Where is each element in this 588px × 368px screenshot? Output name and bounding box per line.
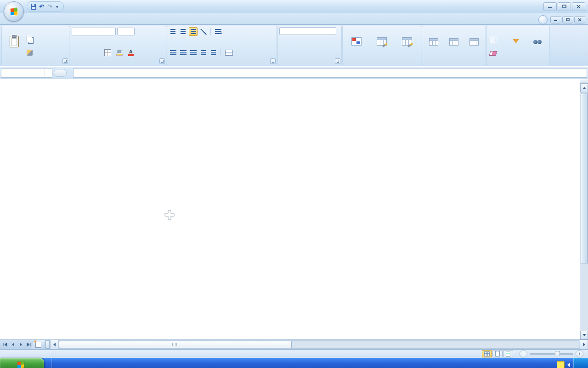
name-box[interactable] (1, 68, 52, 78)
workbook-restore-button[interactable] (562, 16, 573, 23)
center-button[interactable] (179, 48, 187, 57)
cell-styles-button[interactable] (394, 27, 419, 57)
formula-input[interactable] (73, 68, 587, 78)
scroll-up-button[interactable] (580, 84, 588, 92)
autosum-button[interactable] (488, 28, 505, 29)
font-color-button[interactable]: A (126, 48, 135, 57)
save-button[interactable] (30, 4, 37, 10)
percent-style-button[interactable] (289, 48, 298, 57)
font-size-combo[interactable] (117, 28, 135, 35)
cell-cursor-icon (164, 210, 175, 222)
delete-cells-button[interactable] (444, 27, 464, 57)
workbook-minimize-button[interactable] (550, 16, 561, 23)
merge-center-button[interactable] (224, 49, 238, 56)
office-button[interactable] (4, 1, 24, 22)
grid-viewport[interactable] (0, 79, 580, 339)
chevron-down-icon[interactable] (45, 69, 52, 77)
bottom-align-button[interactable] (189, 27, 198, 36)
number-format-combo[interactable] (279, 27, 336, 35)
dialog-launcher-icon[interactable] (62, 58, 68, 64)
split-handle[interactable] (580, 79, 588, 84)
scroll-down-button[interactable] (580, 331, 588, 339)
sheet-tab-bar (0, 339, 588, 349)
undo-button[interactable]: ↶ (38, 3, 45, 11)
start-button[interactable] (0, 358, 44, 368)
last-sheet-button[interactable] (25, 341, 32, 348)
increase-indent-icon (211, 50, 216, 55)
dialog-launcher-icon[interactable] (335, 58, 340, 64)
normal-view-button[interactable] (482, 350, 492, 357)
grow-font-button[interactable] (136, 27, 145, 36)
increase-indent-button[interactable] (209, 48, 218, 57)
paste-icon (10, 36, 19, 47)
shrink-font-button[interactable] (146, 27, 155, 36)
vertical-scroll-thumb[interactable] (581, 93, 588, 264)
close-button[interactable] (572, 2, 585, 11)
top-align-button[interactable] (169, 27, 177, 36)
align-left-button[interactable] (169, 48, 177, 57)
bold-button[interactable] (72, 48, 80, 57)
prev-sheet-button[interactable] (9, 341, 17, 348)
next-sheet-button[interactable] (17, 341, 24, 348)
zoom-in-button[interactable]: + (576, 351, 583, 357)
horizontal-scroll-thumb[interactable] (59, 341, 292, 348)
vertical-scrollbar[interactable] (580, 79, 588, 339)
paste-button[interactable] (3, 27, 25, 57)
decrease-decimal-button[interactable] (314, 52, 317, 53)
middle-align-button[interactable] (179, 27, 187, 36)
copy-button[interactable] (25, 35, 37, 43)
workbook-close-button[interactable] (574, 16, 585, 23)
clear-button[interactable] (488, 51, 505, 56)
sort-filter-button[interactable] (505, 27, 526, 57)
fill-button[interactable] (488, 36, 505, 44)
zoom-thumb[interactable] (555, 351, 560, 358)
font-family-combo[interactable] (72, 28, 116, 35)
top-align-icon (170, 29, 175, 34)
comma-style-button[interactable] (300, 48, 308, 57)
help-tray-icon[interactable] (557, 361, 565, 368)
window-controls (543, 2, 585, 11)
fill-color-button[interactable] (115, 48, 124, 57)
first-sheet-button[interactable] (1, 341, 9, 348)
page-break-view-button[interactable] (503, 350, 513, 357)
orientation-button[interactable] (199, 27, 208, 36)
customize-qat-button[interactable]: ▾ (55, 4, 60, 9)
format-as-table-icon (377, 37, 387, 46)
insert-sheet-icon (35, 342, 41, 348)
hscroll-left-button[interactable] (50, 340, 58, 349)
tab-split-handle[interactable] (45, 340, 50, 349)
format-painter-button[interactable] (25, 49, 37, 56)
redo-button[interactable]: ↷ (46, 3, 54, 11)
find-select-button[interactable] (527, 27, 548, 57)
office-logo-icon (10, 7, 18, 16)
decrease-indent-button[interactable] (199, 48, 208, 57)
editing-group-label (487, 58, 549, 65)
italic-button[interactable] (82, 48, 90, 57)
zoom-track[interactable] (530, 353, 573, 355)
wrap-text-button[interactable] (214, 29, 225, 34)
help-icon[interactable] (538, 15, 548, 24)
horizontal-scrollbar[interactable] (58, 340, 579, 349)
accounting-format-button[interactable] (279, 48, 288, 57)
align-right-button[interactable] (189, 48, 198, 57)
hide-icons-arrow[interactable] (567, 362, 570, 367)
dialog-launcher-icon[interactable] (159, 58, 165, 64)
restore-button[interactable] (558, 2, 571, 11)
zoom-out-button[interactable]: − (520, 351, 527, 357)
borders-button[interactable] (103, 48, 112, 57)
conditional-formatting-button[interactable] (344, 27, 369, 57)
cut-button[interactable] (25, 28, 37, 29)
decrease-indent-icon (201, 50, 206, 55)
dialog-launcher-icon[interactable] (270, 58, 276, 64)
underline-button[interactable] (92, 48, 101, 57)
minimize-button[interactable] (543, 2, 557, 11)
page-layout-view-button[interactable] (492, 350, 503, 357)
insert-cells-button[interactable] (424, 27, 443, 57)
hscroll-right-button[interactable] (580, 340, 588, 349)
format-cells-button[interactable] (464, 27, 484, 57)
increase-decimal-button[interactable] (310, 52, 312, 53)
undo-icon: ↶ (39, 3, 44, 10)
ribbon-tab-strip (0, 13, 588, 25)
delete-cells-icon (449, 38, 458, 46)
format-as-table-button[interactable] (369, 27, 395, 57)
